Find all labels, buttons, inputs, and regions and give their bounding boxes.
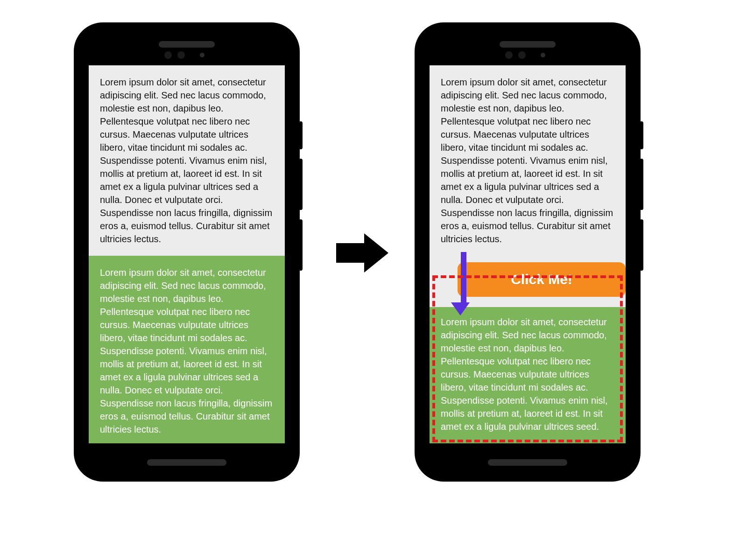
- phone-camera-icon: [177, 51, 185, 59]
- phone-sensor-icon: [541, 53, 545, 57]
- inserted-content-region: Click Me!: [430, 256, 626, 307]
- phone-after: Lorem ipsum dolor sit amet, consectetur …: [416, 23, 640, 481]
- phone-side-button: [640, 159, 643, 210]
- content-paragraph-top: Lorem ipsum dolor sit amet, consectetur …: [430, 65, 626, 256]
- phone-home-bar: [488, 459, 567, 466]
- content-paragraph-bottom: Lorem ipsum dolor sit amet, consectetur …: [89, 256, 285, 443]
- phone-earpiece: [500, 41, 556, 48]
- phone-earpiece: [159, 41, 215, 48]
- phone-side-button: [299, 219, 303, 271]
- phone-home-bar: [147, 459, 226, 466]
- layout-shift-arrow-icon: [458, 252, 470, 315]
- click-me-button[interactable]: Click Me!: [458, 262, 626, 297]
- content-paragraph-bottom: Lorem ipsum dolor sit amet, consectetur …: [430, 307, 626, 443]
- phone-before: Lorem ipsum dolor sit amet, consectetur …: [75, 23, 299, 481]
- phone-frame: Lorem ipsum dolor sit amet, consectetur …: [420, 28, 635, 476]
- phone-frame: Lorem ipsum dolor sit amet, consectetur …: [79, 28, 294, 476]
- phone-screen: Lorem ipsum dolor sit amet, consectetur …: [430, 65, 626, 443]
- phone-side-button: [640, 219, 643, 271]
- phone-side-button: [299, 121, 303, 149]
- phone-side-button: [299, 159, 303, 210]
- content-paragraph-top: Lorem ipsum dolor sit amet, consectetur …: [89, 65, 285, 256]
- phone-camera-icon: [505, 51, 513, 59]
- phone-screen: Lorem ipsum dolor sit amet, consectetur …: [89, 65, 285, 443]
- phone-sensor-icon: [200, 53, 204, 57]
- phone-camera-icon: [518, 51, 526, 59]
- phone-camera-icon: [164, 51, 172, 59]
- diagram-stage: Lorem ipsum dolor sit amet, consectetur …: [0, 0, 747, 560]
- phone-side-button: [640, 121, 643, 149]
- transition-arrow-icon: [336, 233, 388, 273]
